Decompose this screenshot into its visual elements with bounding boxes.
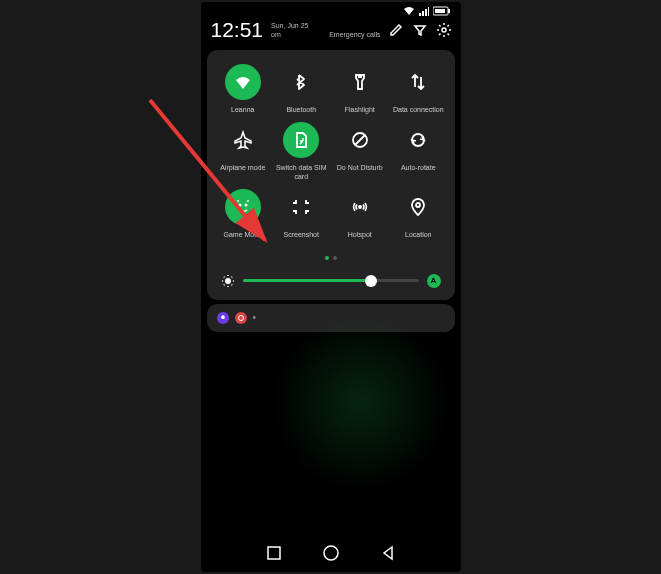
airplane-icon <box>225 122 261 158</box>
tile-screenshot[interactable]: Screenshot <box>273 189 330 239</box>
rotate-icon <box>400 122 436 158</box>
tile-label: Flashlight <box>345 106 375 114</box>
tile-label: Airplane mode <box>220 164 265 172</box>
battery-status-icon <box>433 6 451 16</box>
tile-label: Data connection <box>393 106 444 114</box>
tile-label: Location <box>405 231 431 239</box>
auto-brightness-toggle[interactable]: A <box>427 274 441 288</box>
carrier-text: om <box>271 30 281 39</box>
signal-status-icon <box>419 6 429 16</box>
svg-point-10 <box>247 200 249 202</box>
tile-airplane[interactable]: Airplane mode <box>215 122 272 181</box>
date-block: Sun, Jun 25 om Emergency calls <box>271 21 380 39</box>
status-bar <box>201 2 461 18</box>
svg-rect-15 <box>268 547 280 559</box>
bluetooth-icon <box>283 64 319 100</box>
background-glow <box>271 312 451 492</box>
svg-point-12 <box>416 203 420 207</box>
tile-label: Leanna <box>231 106 254 114</box>
svg-point-3 <box>442 28 446 32</box>
hotspot-icon <box>342 189 378 225</box>
svg-point-14 <box>238 315 243 320</box>
svg-point-16 <box>324 546 338 560</box>
svg-rect-1 <box>448 9 450 13</box>
page-dot <box>333 256 337 260</box>
notif-app-icon <box>235 312 247 324</box>
nav-recent-button[interactable] <box>266 545 282 561</box>
tile-flashlight[interactable]: Flashlight <box>332 64 389 114</box>
data-icon <box>400 64 436 100</box>
dnd-icon <box>342 122 378 158</box>
notif-app-icon <box>217 312 229 324</box>
wifi-status-icon <box>403 6 415 16</box>
tile-label: Bluetooth <box>286 106 316 114</box>
nav-home-button[interactable] <box>322 544 340 562</box>
svg-point-7 <box>238 204 241 207</box>
brightness-row: A <box>215 274 447 288</box>
nav-back-button[interactable] <box>380 545 396 561</box>
wifi-icon <box>225 64 261 100</box>
tile-label: Hotspot <box>348 231 372 239</box>
tile-bluetooth[interactable]: Bluetooth <box>273 64 330 114</box>
tile-label: Switch data SIM card <box>273 164 329 181</box>
svg-rect-2 <box>435 9 445 13</box>
header: 12:51 Sun, Jun 25 om Emergency calls <box>201 18 461 48</box>
flashlight-icon <box>342 64 378 100</box>
brightness-slider[interactable] <box>243 279 419 282</box>
edit-icon[interactable] <box>389 23 403 37</box>
tile-label: Do Not Disturb <box>337 164 383 172</box>
tile-game[interactable]: Game Mode <box>215 189 272 239</box>
emergency-text: Emergency calls <box>329 30 380 39</box>
quick-settings-panel: LeannaBluetoothFlashlightData connection… <box>207 50 455 300</box>
game-icon <box>225 189 261 225</box>
page-dot <box>325 256 329 260</box>
filter-icon[interactable] <box>413 23 427 37</box>
tile-label: Screenshot <box>284 231 319 239</box>
date-text: Sun, Jun 25 <box>271 21 380 30</box>
nav-bar <box>201 534 461 572</box>
page-indicator <box>215 256 447 260</box>
tile-label: Auto-rotate <box>401 164 436 172</box>
brightness-icon <box>221 274 235 288</box>
tile-data[interactable]: Data connection <box>390 64 447 114</box>
tile-rotate[interactable]: Auto-rotate <box>390 122 447 181</box>
tile-hotspot[interactable]: Hotspot <box>332 189 389 239</box>
svg-point-9 <box>237 200 239 202</box>
notif-more-dot: • <box>253 312 257 323</box>
tile-label: Game Mode <box>223 231 262 239</box>
tile-location[interactable]: Location <box>390 189 447 239</box>
svg-point-8 <box>244 204 247 207</box>
location-icon <box>400 189 436 225</box>
settings-icon[interactable] <box>437 23 451 37</box>
sim-icon <box>283 122 319 158</box>
slider-thumb[interactable] <box>365 275 377 287</box>
screenshot-icon <box>283 189 319 225</box>
tile-wifi[interactable]: Leanna <box>215 64 272 114</box>
tile-sim[interactable]: Switch data SIM card <box>273 122 330 181</box>
tile-dnd[interactable]: Do Not Disturb <box>332 122 389 181</box>
svg-point-13 <box>225 278 231 284</box>
svg-point-11 <box>358 205 362 209</box>
svg-line-5 <box>355 135 365 145</box>
clock-time: 12:51 <box>211 18 264 42</box>
